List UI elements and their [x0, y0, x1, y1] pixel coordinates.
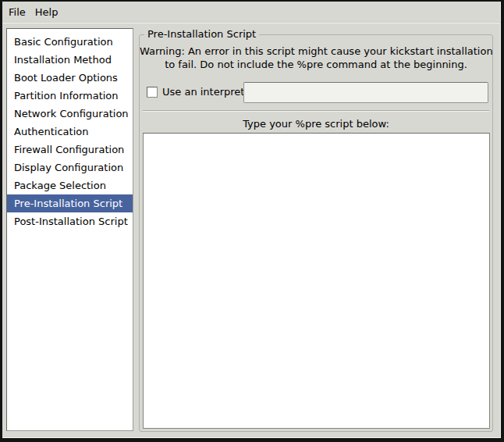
sidebar-item-display-configuration[interactable]: Display Configuration: [7, 159, 133, 176]
sidebar-item-package-selection[interactable]: Package Selection: [7, 176, 133, 194]
menu-file[interactable]: File: [4, 2, 30, 23]
use-interpreter-checkbox[interactable]: [147, 87, 158, 98]
sidebar-item-partition-information[interactable]: Partition Information: [7, 87, 133, 105]
interpreter-input[interactable]: [243, 82, 488, 103]
section-list: Basic Configuration Installation Method …: [6, 28, 133, 431]
sidebar-item-basic-configuration[interactable]: Basic Configuration: [7, 33, 133, 51]
sidebar-item-boot-loader-options[interactable]: Boot Loader Options: [7, 69, 133, 87]
pre-script-textarea[interactable]: [143, 133, 490, 429]
window-content: File Help Basic Configuration Installati…: [2, 2, 501, 438]
warning-line-2: to fail. Do not include the %pre command…: [140, 58, 492, 71]
sidebar-item-authentication[interactable]: Authentication: [7, 123, 133, 141]
warning-line-1: Warning: An error in this script might c…: [140, 45, 492, 58]
warning-text: Warning: An error in this script might c…: [140, 45, 492, 71]
pre-installation-script-frame: Pre-Installation Script Warning: An erro…: [139, 34, 493, 432]
sidebar-item-installation-method[interactable]: Installation Method: [7, 51, 133, 69]
menu-bar: File Help: [2, 2, 501, 23]
sidebar-item-pre-installation-script[interactable]: Pre-Installation Script: [7, 194, 133, 212]
separator: [143, 110, 489, 111]
script-instruction-label: Type your %pre script below:: [140, 118, 492, 130]
sidebar-item-network-configuration[interactable]: Network Configuration: [7, 105, 133, 123]
sidebar-item-firewall-configuration[interactable]: Firewall Configuration: [7, 141, 133, 159]
menu-help[interactable]: Help: [30, 2, 63, 23]
sidebar-item-post-installation-script[interactable]: Post-Installation Script: [7, 212, 133, 230]
kickstart-configurator-window: File Help Basic Configuration Installati…: [0, 0, 504, 442]
frame-title: Pre-Installation Script: [144, 28, 259, 40]
